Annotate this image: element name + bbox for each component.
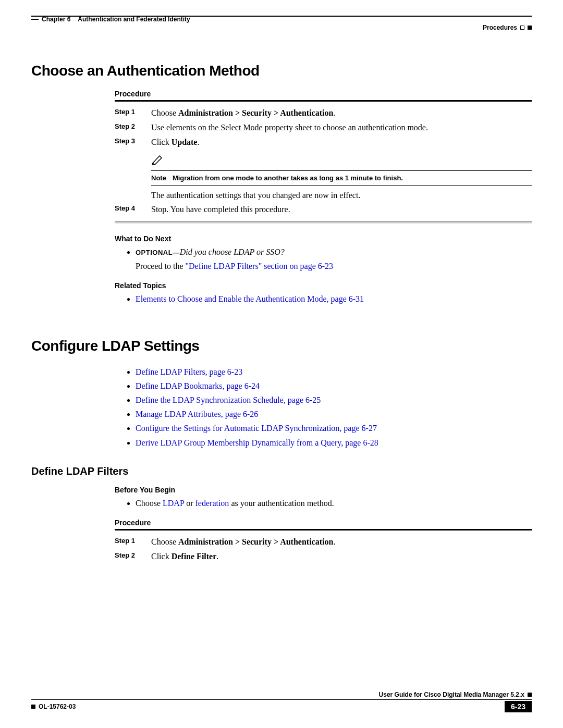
list-item: Define the LDAP Synchronization Schedule… bbox=[136, 393, 532, 407]
step-text: Click Update. bbox=[151, 136, 532, 149]
before-you-begin-heading: Before You Begin bbox=[115, 486, 532, 494]
what-to-do-next-heading: What to Do Next bbox=[115, 235, 532, 243]
bulleted-list: OPTIONAL—Did you choose LDAP or SSO? Pro… bbox=[115, 245, 532, 273]
bulleted-list: Elements to Choose and Enable the Authen… bbox=[115, 292, 532, 306]
link-define-ldap-filters[interactable]: "Define LDAP Filters" section on page 6-… bbox=[186, 262, 334, 270]
bulleted-list: Define LDAP Filters, page 6-23 Define LD… bbox=[115, 365, 532, 450]
chapter-title: Authentication and Federated Identity bbox=[78, 16, 190, 23]
optional-label: OPTIONAL— bbox=[136, 249, 180, 256]
link-define-ldap-bookmarks[interactable]: Define LDAP Bookmarks, page 6-24 bbox=[136, 381, 260, 390]
body-text: The authentication settings that you cha… bbox=[151, 191, 532, 200]
link-elements-auth-mode[interactable]: Elements to Choose and Enable the Authen… bbox=[136, 294, 364, 303]
section-title-configure-ldap: Configure LDAP Settings bbox=[31, 338, 532, 354]
note-block: Note Migration from one mode to another … bbox=[151, 154, 532, 186]
note-text: Migration from one mode to another takes… bbox=[173, 174, 403, 182]
page-footer: User Guide for Cisco Digital Media Manag… bbox=[31, 691, 532, 712]
guide-title: User Guide for Cisco Digital Media Manag… bbox=[379, 691, 524, 698]
square-icon bbox=[31, 705, 35, 709]
square-icon bbox=[520, 26, 524, 30]
link-manage-ldap-attributes[interactable]: Manage LDAP Attributes, page 6-26 bbox=[136, 410, 258, 418]
step-label: Step 3 bbox=[115, 136, 151, 149]
optional-question: Did you choose LDAP or SSO? bbox=[180, 248, 285, 256]
step-label: Step 1 bbox=[115, 107, 151, 119]
step-row: Step 2 Use elements on the Select Mode p… bbox=[115, 121, 532, 134]
step-text: Stop. You have completed this procedure. bbox=[151, 203, 532, 216]
square-icon bbox=[528, 26, 532, 30]
step-text: Use elements on the Select Mode property… bbox=[151, 121, 532, 134]
step-text: Choose Administration > Security > Authe… bbox=[151, 107, 532, 119]
square-icon bbox=[528, 693, 532, 697]
related-topics-heading: Related Topics bbox=[115, 281, 532, 290]
link-auto-ldap-sync[interactable]: Configure the Settings for Automatic LDA… bbox=[136, 424, 377, 433]
procedure-heading: Procedure bbox=[115, 519, 532, 527]
page-number: 6-23 bbox=[505, 701, 532, 712]
divider bbox=[115, 100, 532, 102]
bulleted-list: Choose LDAP or federation as your authen… bbox=[115, 496, 532, 510]
step-row: Step 4 Stop. You have completed this pro… bbox=[115, 203, 532, 216]
procedure-heading: Procedure bbox=[115, 90, 532, 98]
link-derive-ldap-group[interactable]: Derive LDAP Group Membership Dynamically… bbox=[136, 438, 378, 447]
doc-id: OL-15762-03 bbox=[39, 703, 76, 710]
step-row: Step 1 Choose Administration > Security … bbox=[115, 107, 532, 119]
step-row: Step 2 Click Define Filter. bbox=[115, 550, 532, 563]
section-title-auth-method: Choose an Authentication Method bbox=[31, 63, 532, 79]
divider bbox=[115, 529, 532, 530]
step-row: Step 3 Click Update. bbox=[115, 136, 532, 149]
breadcrumb: Procedures bbox=[483, 24, 517, 31]
step-label: Step 1 bbox=[115, 536, 151, 548]
chapter-label: Chapter 6 bbox=[42, 16, 70, 23]
list-item: Manage LDAP Attributes, page 6-26 bbox=[136, 407, 532, 421]
link-federation-term[interactable]: federation bbox=[195, 499, 229, 508]
link-define-ldap-filters-page[interactable]: Define LDAP Filters, page 6-23 bbox=[136, 367, 242, 376]
list-item: Define LDAP Bookmarks, page 6-24 bbox=[136, 379, 532, 393]
subsection-define-ldap-filters: Define LDAP Filters bbox=[31, 465, 532, 477]
list-item: Derive LDAP Group Membership Dynamically… bbox=[136, 436, 532, 450]
list-item: Configure the Settings for Automatic LDA… bbox=[136, 421, 532, 435]
header-rule-icon bbox=[31, 19, 39, 20]
step-text: Click Define Filter. bbox=[151, 550, 532, 563]
note-label: Note bbox=[151, 174, 166, 182]
link-ldap-sync-schedule[interactable]: Define the LDAP Synchronization Schedule… bbox=[136, 396, 321, 404]
step-row: Step 1 Choose Administration > Security … bbox=[115, 536, 532, 548]
divider-fade bbox=[115, 221, 532, 224]
step-text: Choose Administration > Security > Authe… bbox=[151, 536, 532, 548]
list-item: Elements to Choose and Enable the Authen… bbox=[136, 292, 532, 306]
list-item: Choose LDAP or federation as your authen… bbox=[136, 496, 532, 510]
note-icon bbox=[151, 154, 165, 167]
proceed-text: Proceed to the bbox=[136, 262, 186, 270]
step-label: Step 2 bbox=[115, 550, 151, 563]
link-ldap-term[interactable]: LDAP bbox=[163, 499, 184, 508]
list-item: Define LDAP Filters, page 6-23 bbox=[136, 365, 532, 379]
list-item: OPTIONAL—Did you choose LDAP or SSO? Pro… bbox=[136, 245, 532, 273]
step-label: Step 4 bbox=[115, 203, 151, 216]
step-label: Step 2 bbox=[115, 121, 151, 134]
page-header: Chapter 6 Authentication and Federated I… bbox=[31, 16, 532, 31]
